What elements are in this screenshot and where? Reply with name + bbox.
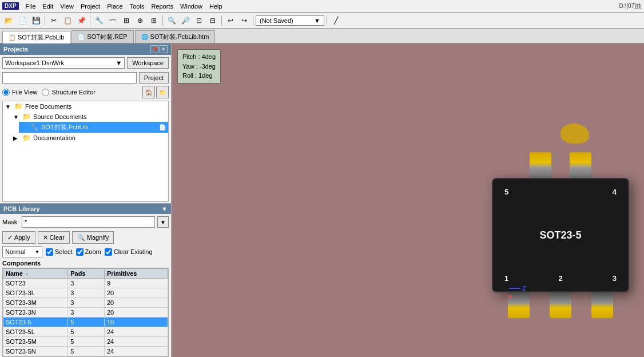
pin-5-label: 5: [504, 188, 508, 196]
cell-primitives: 24: [104, 327, 168, 337]
clear-button[interactable]: ✕ Clear: [38, 231, 70, 244]
toolbar-zoomin[interactable]: 🔍: [165, 14, 178, 27]
table-row[interactable]: SOT23 3 9: [3, 279, 168, 288]
view-icon-btn1[interactable]: 🏠: [142, 86, 155, 98]
project-button[interactable]: Project: [139, 72, 169, 84]
cell-pads: 5: [68, 318, 105, 327]
expand-free-docs[interactable]: ▼: [5, 104, 13, 110]
toolbar-cut[interactable]: ✂: [47, 14, 60, 27]
tab-pcblib[interactable]: 📋 SOT封装.PcbLib: [2, 31, 70, 43]
toolbar-component[interactable]: 🔧: [93, 14, 105, 27]
toolbar-paste[interactable]: 📌: [75, 14, 88, 27]
mask-dropdown-btn[interactable]: ▼: [157, 216, 169, 228]
expand-docs[interactable]: ▶: [13, 135, 21, 141]
projects-pin[interactable]: 📌: [150, 45, 158, 53]
expand-source-docs[interactable]: ▼: [13, 114, 21, 120]
tab-rep[interactable]: 📄 SOT封装.REP: [71, 30, 133, 43]
sep3: [162, 15, 163, 26]
toolbar-redo[interactable]: ↪: [238, 14, 251, 27]
pin-1-label: 1: [504, 274, 508, 283]
pcblib-arrow[interactable]: ▼: [161, 205, 168, 212]
clear-existing-label: Clear Existing: [114, 248, 153, 255]
menu-edit[interactable]: Edit: [39, 2, 57, 11]
col-primitives[interactable]: Primitives: [104, 269, 168, 279]
table-row[interactable]: SOT23-3L 3 20: [3, 288, 168, 298]
workspace-button[interactable]: Workspace: [127, 57, 169, 69]
toolbar-undo[interactable]: ↩: [224, 14, 237, 27]
view-toggles: File View Structure Editor 🏠 📁: [0, 85, 171, 100]
x-axis-dot: ●: [507, 295, 514, 299]
menubar: DXP File Edit View Project Place Tools R…: [0, 0, 644, 13]
toolbar-zoomall[interactable]: ⊡: [193, 14, 205, 27]
cell-primitives: 20: [104, 308, 168, 318]
tabbar: 📋 SOT封装.PcbLib 📄 SOT封装.REP 🌐 SOT封装.PcbLi…: [0, 29, 644, 43]
table-row[interactable]: SOT23-3M 3 20: [3, 298, 168, 308]
pin-3-label: 3: [613, 274, 617, 283]
tree-free-documents[interactable]: ▼ 📁 Free Documents: [3, 101, 168, 112]
zoom-checkbox-group: Zoom: [76, 248, 101, 256]
workspace-dropdown[interactable]: Workspace1.DsnWrk ▼: [2, 57, 125, 69]
file-view-radio-input[interactable]: [2, 89, 10, 96]
table-row[interactable]: SOT23-5N 5 24: [3, 347, 168, 356]
zoom-checkbox[interactable]: [76, 248, 84, 256]
menu-project[interactable]: Project: [77, 2, 104, 11]
cell-name: SOT23-3L: [3, 288, 68, 298]
menu-place[interactable]: Place: [104, 2, 126, 11]
magnify-button[interactable]: 🔍 Magnify: [72, 231, 114, 244]
view-icons: 🏠 📁: [142, 86, 169, 98]
apply-button[interactable]: ✓ Apply: [2, 231, 35, 244]
toolbar-copy[interactable]: 📋: [61, 14, 74, 27]
table-row[interactable]: SOT23-5L 5 24: [3, 327, 168, 337]
toolbar-save[interactable]: 💾: [30, 14, 42, 27]
toolbar-place[interactable]: ⊞: [120, 14, 133, 27]
table-row[interactable]: SOT23-5 5 10: [3, 318, 168, 327]
toolbar-extra[interactable]: ╱: [329, 14, 342, 27]
save-status: (Not Saved) ▼: [256, 15, 324, 26]
sep1: [45, 15, 45, 26]
toolbar-new[interactable]: 📄: [16, 14, 29, 27]
table-row[interactable]: SOT23-3N 3 20: [3, 308, 168, 318]
toolbar-route[interactable]: ⊕: [134, 14, 146, 27]
menu-window[interactable]: Window: [177, 2, 206, 11]
projects-header: Projects 📌 ✕: [0, 43, 171, 55]
select-checkbox-group: Select: [46, 248, 73, 256]
file-options-icon[interactable]: 📄: [159, 124, 166, 130]
x-axis-arrow: →: [515, 294, 519, 299]
menu-file[interactable]: File: [22, 2, 39, 11]
tree-documentation[interactable]: ▶ 📁 Documentation: [11, 133, 168, 143]
cell-pads: 5: [68, 327, 105, 337]
axis-indicator: Z ● →: [509, 285, 526, 300]
menu-view[interactable]: View: [57, 2, 77, 11]
cell-primitives: 9: [104, 279, 168, 288]
pcblib-header: PCB Library ▼: [0, 204, 171, 214]
table-row[interactable]: SOT23-5M 5 24: [3, 337, 168, 347]
toolbar-grid[interactable]: ⊞: [148, 14, 160, 27]
projects-close[interactable]: ✕: [160, 45, 168, 53]
col-name[interactable]: Name ↑: [3, 269, 68, 279]
toolbar-zoomsel[interactable]: ⊟: [206, 14, 219, 27]
col-pads[interactable]: Pads: [68, 269, 105, 279]
select-checkbox[interactable]: [46, 248, 53, 256]
toolbar-wire[interactable]: 〰: [106, 14, 119, 27]
menu-help[interactable]: Help: [206, 2, 226, 11]
mask-input[interactable]: [22, 216, 155, 228]
toolbar-open[interactable]: 📂: [2, 14, 15, 27]
menu-reports[interactable]: Reports: [148, 2, 177, 11]
tree-source-documents[interactable]: ▼ 📁 Source Documents: [11, 112, 168, 122]
main-layout: Projects 📌 ✕ Workspace1.DsnWrk ▼ Workspa…: [0, 43, 644, 357]
sep2: [90, 15, 90, 26]
tree-pcblib-file[interactable]: 🔧 SOT封装.PcbLib 📄: [19, 122, 168, 133]
canvas-area: Pitch : 4deg Yaw : -3deg Roll : 1deg 5 4…: [172, 43, 644, 357]
menu-tools[interactable]: Tools: [126, 2, 148, 11]
dxp-logo[interactable]: DXP: [2, 2, 19, 10]
cell-name: SOT23-3M: [3, 298, 68, 308]
tab-htm[interactable]: 🌐 SOT封装.PcbLib.htm: [135, 30, 216, 43]
filter-dropdown[interactable]: Normal ▼: [2, 246, 42, 257]
clear-existing-checkbox[interactable]: [105, 248, 112, 256]
search-input[interactable]: [2, 72, 137, 84]
structure-editor-radio-input[interactable]: [42, 89, 49, 96]
toolbar-zoomout[interactable]: 🔎: [179, 14, 192, 27]
chip-icon: 🔧: [30, 124, 39, 132]
pitch-display: Pitch : 4deg: [182, 52, 216, 62]
view-icon-btn2[interactable]: 📁: [156, 86, 169, 98]
